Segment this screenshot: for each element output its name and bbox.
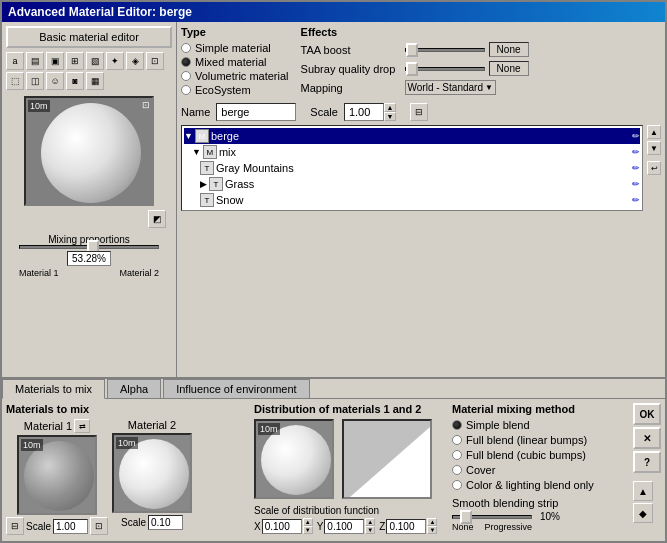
type-mixed-material[interactable]: Mixed material (181, 56, 289, 68)
cancel-button[interactable]: ✕ (633, 427, 661, 449)
xyz-z-input[interactable] (386, 519, 426, 534)
name-input[interactable]: berge (216, 103, 296, 121)
edit-icon-mix[interactable]: ✏ (632, 147, 640, 157)
xyz-y-input[interactable] (324, 519, 364, 534)
xyz-x-up[interactable]: ▲ (303, 518, 313, 526)
subray-quality-row: Subray quality drop None (301, 61, 529, 76)
method-full-cubic[interactable]: Full blend (cubic bumps) (452, 449, 625, 461)
mixing-method-header: Material mixing method (452, 403, 625, 415)
bottom-content-area: Materials to mix Material 1 ⇄ 10m (2, 399, 665, 541)
xyz-x-down[interactable]: ▼ (303, 526, 313, 534)
xyz-x-label: X (254, 521, 261, 532)
toolbar-btn-6[interactable]: ◈ (126, 52, 144, 70)
toolbar-btn-9[interactable]: ◫ (26, 72, 44, 90)
tree-icon-snow: T (200, 193, 214, 207)
tab-influence[interactable]: Influence of environment (163, 379, 309, 398)
method-simple-blend[interactable]: Simple blend (452, 419, 625, 431)
mapping-arrow-icon: ▼ (485, 83, 493, 92)
mixing-method-section: Material mixing method Simple blend Full… (452, 403, 625, 537)
mat1-preview-label: 10m (21, 439, 43, 451)
toolbar-btn-4[interactable]: ▧ (86, 52, 104, 70)
xyz-y-up[interactable]: ▲ (365, 518, 375, 526)
help-button[interactable]: ? (633, 451, 661, 473)
tree-label-mix: mix (219, 146, 236, 158)
subray-quality-slider[interactable] (405, 67, 485, 71)
method-cover[interactable]: Cover (452, 464, 625, 476)
tree-scroll-up[interactable]: ▲ (647, 125, 661, 139)
tree-label-grass: Grass (225, 178, 254, 190)
preview-label: 10m (28, 100, 50, 112)
toolbar-btn-11[interactable]: ◙ (66, 72, 84, 90)
taa-boost-row: TAA boost None (301, 42, 529, 57)
toolbar-btn-5[interactable]: ✦ (106, 52, 124, 70)
type-ecosystem[interactable]: EcoSystem (181, 84, 289, 96)
toolbar-btn-7[interactable]: ⊡ (146, 52, 164, 70)
edit-icon-snow[interactable]: ✏ (632, 195, 640, 205)
xyz-y-down[interactable]: ▼ (365, 526, 375, 534)
toolbar-btn-3[interactable]: ⊞ (66, 52, 84, 70)
tab-alpha[interactable]: Alpha (107, 379, 161, 398)
mat1-scale-icon[interactable]: ⊟ (6, 517, 24, 535)
toolbar-btn-8[interactable]: ⬚ (6, 72, 24, 90)
mapping-dropdown[interactable]: World - Standard ▼ (405, 80, 496, 95)
toolbar-row-2: ⬚ ◫ ☺ ◙ ▦ (6, 72, 172, 90)
xyz-z-down[interactable]: ▼ (427, 526, 437, 534)
edit-icon-grass[interactable]: ✏ (632, 179, 640, 189)
tree-label-berge: berge (211, 130, 239, 142)
name-scale-row: Name berge Scale 1.00 ▲ ▼ ⊟ (181, 103, 661, 121)
toolbar-btn-2[interactable]: ▣ (46, 52, 64, 70)
tree-arrow-mix[interactable]: ▼ (192, 147, 201, 157)
bottom-icon-btn-1[interactable]: ▲ (633, 481, 653, 501)
toolbar-btn-12[interactable]: ▦ (86, 72, 104, 90)
mat1-scale-btn2[interactable]: ⊡ (90, 517, 108, 535)
tree-arrow-berge[interactable]: ▼ (184, 131, 193, 141)
tree-item-gray-mountains[interactable]: T Gray Mountains ✏ (200, 160, 640, 176)
tree-item-berge[interactable]: ▼ M berge ✏ (184, 128, 640, 144)
tree-scroll-down[interactable]: ▼ (647, 141, 661, 155)
xyz-x-input[interactable] (262, 519, 302, 534)
scale-down-btn[interactable]: ▼ (384, 112, 396, 121)
type-simple-material[interactable]: Simple material (181, 42, 289, 54)
tree-action-btn[interactable]: ↩ (647, 161, 661, 175)
type-volumetric-material[interactable]: Volumetric material (181, 70, 289, 82)
ok-button[interactable]: OK (633, 403, 661, 425)
scale-up-btn[interactable]: ▲ (384, 103, 396, 112)
scale-icon-btn[interactable]: ⊟ (410, 103, 428, 121)
mat1-scale-input[interactable] (53, 519, 88, 534)
mixing-proportions-slider[interactable] (19, 245, 159, 249)
radio-full-linear (452, 435, 462, 445)
method-color-lighting[interactable]: Color & lighting blend only (452, 479, 625, 491)
type-volumetric-label: Volumetric material (195, 70, 289, 82)
method-color-lighting-label: Color & lighting blend only (466, 479, 594, 491)
toolbar-btn-10[interactable]: ☺ (46, 72, 64, 90)
scale-input[interactable]: 1.00 (344, 103, 384, 121)
type-section-title: Type (181, 26, 289, 38)
method-full-linear[interactable]: Full blend (linear bumps) (452, 434, 625, 446)
smooth-blend-val: 10% (540, 511, 560, 522)
toolbar-btn-1[interactable]: ▤ (26, 52, 44, 70)
xyz-z-field: Z ▲ ▼ (379, 518, 437, 534)
mat2-scale-input[interactable] (148, 515, 183, 530)
edit-icon-gray-mountains[interactable]: ✏ (632, 163, 640, 173)
preview-resize-icon[interactable]: ⊡ (142, 100, 150, 110)
bottom-icon-btn-2[interactable]: ◆ (633, 503, 653, 523)
tree-item-mix[interactable]: ▼ M mix ✏ (192, 144, 640, 160)
toolbar-row-1: a ▤ ▣ ⊞ ▧ ✦ ◈ ⊡ (6, 52, 172, 70)
taa-boost-slider[interactable] (405, 48, 485, 52)
tree-item-grass[interactable]: ▶ T Grass ✏ (200, 176, 640, 192)
dist-triangle-preview (342, 419, 432, 499)
main-content: Basic material editor a ▤ ▣ ⊞ ▧ ✦ ◈ ⊡ ⬚ … (2, 22, 665, 377)
tree-arrow-grass[interactable]: ▶ (200, 179, 207, 189)
basic-material-editor-button[interactable]: Basic material editor (6, 26, 172, 48)
edit-icon-berge[interactable]: ✏ (632, 131, 640, 141)
preview-option-btn[interactable]: ◩ (148, 210, 166, 228)
smooth-blend-slider[interactable] (452, 515, 532, 519)
smooth-progressive-label: Progressive (484, 522, 532, 532)
toolbar-btn-a[interactable]: a (6, 52, 24, 70)
mat1-swap-btn[interactable]: ⇄ (74, 419, 90, 433)
tab-materials-to-mix[interactable]: Materials to mix (2, 379, 105, 399)
xyz-z-up[interactable]: ▲ (427, 518, 437, 526)
dist-triangle-shape (350, 427, 430, 497)
mat1-scale-label: Scale (26, 521, 51, 532)
tree-item-snow[interactable]: T Snow ✏ (200, 192, 640, 208)
